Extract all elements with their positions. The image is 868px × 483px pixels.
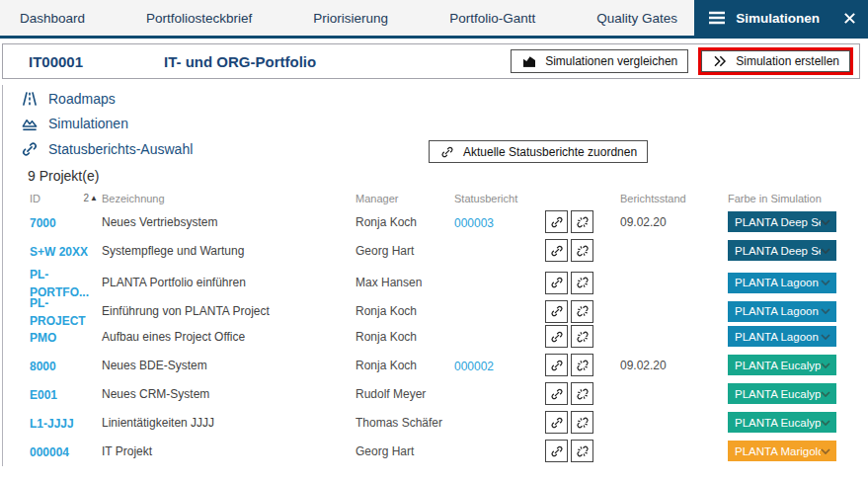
color-dropdown[interactable]: PLANTA Lagoon ... [728,273,836,293]
portfolio-id: IT00001 [29,53,164,70]
table-row: PL-PORTFO... PLANTA Portfolio einführen … [30,265,838,293]
color-dropdown[interactable]: PLANTA Lagoon ... [728,301,836,322]
color-dropdown[interactable]: PLANTA Eucalypt... [728,412,836,433]
link-status-report-button[interactable] [545,354,568,376]
color-label: PLANTA Lagoon ... [735,305,821,317]
project-name: Systempflege und Wartung [102,244,355,258]
unlink-status-report-button[interactable] [571,272,593,294]
project-id-link[interactable]: S+W 20XX [30,245,88,259]
sidebar-item-statusberichts-auswahl[interactable]: Statusberichts-Auswahl [20,139,193,159]
col-header-berichtsstand[interactable]: Berichtsstand [620,193,728,204]
status-report-link[interactable]: 000003 [454,216,494,230]
project-id-link[interactable]: 8000 [30,360,56,373]
sidebar-item-simulationen[interactable]: Simulationen [20,114,128,133]
project-name: Einführung von PLANTA Project [102,304,355,318]
link-status-report-button[interactable] [545,411,568,434]
tab-dashboard[interactable]: Dashboard [20,11,85,26]
unlink-status-report-button[interactable] [571,300,593,323]
sort-indicator[interactable]: 2 ▲ [84,193,98,204]
create-simulation-label: Simulation erstellen [736,54,839,68]
tab-priorisierung[interactable]: Priorisierung [313,11,388,26]
link-status-report-button[interactable] [545,272,568,294]
sidebar-item-roadmaps[interactable]: Roadmaps [20,89,116,109]
chevron-down-icon [821,362,830,368]
tab-simulationen-active[interactable]: Simulationen [694,0,868,36]
unlink-status-report-button[interactable] [571,440,593,462]
project-manager: Max Hansen [355,276,454,289]
color-label: PLANTA Lagoon ... [735,277,821,288]
chevron-down-icon [821,391,830,397]
table-row: L1-JJJJ Linientätigkeiten JJJJ Thomas Sc… [30,408,838,437]
chevron-down-icon [821,308,830,314]
unlink-status-report-button[interactable] [571,354,593,376]
assign-status-reports-button[interactable]: Aktuelle Statusberichte zuordnen [429,140,648,163]
broken-link-icon [575,358,591,373]
project-name: Neues CRM-System [102,387,355,401]
color-dropdown[interactable]: PLANTA Deep Se... [728,240,836,261]
color-dropdown[interactable]: PLANTA Eucalypt... [728,355,836,375]
unlink-status-report-button[interactable] [571,411,593,434]
compare-simulations-label: Simulationen vergleichen [545,54,677,68]
chevron-down-icon [821,334,830,340]
col-header-bezeichnung[interactable]: Bezeichnung [102,193,355,204]
table-row: 7000 Neues Vertriebsystem Ronja Koch 000… [30,207,838,236]
broken-link-icon [575,329,591,345]
link-icon [549,214,565,230]
color-dropdown[interactable]: PLANTA Eucalypt... [728,383,836,404]
tab-quality-gates[interactable]: Quality Gates [596,11,677,26]
highlight-frame: Simulation erstellen [698,47,853,75]
chevron-down-icon [821,219,830,225]
link-status-report-button[interactable] [545,325,568,348]
unlink-status-report-button[interactable] [571,239,593,262]
table-row: E001 Neues CRM-System Rudolf Meyer PLANT… [30,379,838,408]
project-manager: Ronja Koch [355,330,454,344]
color-dropdown[interactable]: PLANTA Marigold [728,441,836,461]
color-dropdown[interactable]: PLANTA Lagoon ... [728,326,836,347]
portfolio-title: IT- und ORG-Portfolio [164,53,316,70]
compare-simulations-button[interactable]: Simulationen vergleichen [511,49,688,73]
chevron-down-icon [821,420,830,426]
nav-tabs: Dashboard Portfoliosteckbrief Priorisier… [0,0,677,36]
close-icon[interactable] [843,12,856,25]
link-status-report-button[interactable] [545,440,568,462]
unlink-status-report-button[interactable] [571,325,593,348]
project-id-link[interactable]: L1-JJJJ [30,417,74,431]
project-name: PLANTA Portfolio einführen [102,276,355,289]
project-id-link[interactable]: E001 [30,388,57,402]
col-header-id[interactable]: ID [30,193,40,204]
col-header-farbe[interactable]: Farbe in Simulation [728,193,838,204]
status-report-link[interactable]: 000002 [454,360,494,373]
nav-accent-bar [0,36,868,39]
color-label: PLANTA Lagoon ... [735,331,821,343]
link-status-report-button[interactable] [545,382,568,405]
link-status-report-button[interactable] [545,239,568,262]
unlink-status-report-button[interactable] [571,210,593,233]
color-dropdown[interactable]: PLANTA Deep Se... [728,211,836,232]
link-status-report-button[interactable] [545,210,568,233]
broken-link-icon [575,386,591,402]
header-buttons: Simulationen vergleichen Simulation erst… [511,47,853,75]
project-manager: Thomas Schäfer [355,416,454,430]
col-header-statusbericht[interactable]: Statusbericht [454,193,545,204]
simulation-chart-icon [20,114,39,133]
report-date: 09.02.20 [620,215,728,229]
tab-portfolio-gantt[interactable]: Portfolio-Gantt [449,11,535,26]
table-row: 000004 IT Projekt Georg Hart PLANTA Mari… [30,437,838,465]
project-name: Neues BDE-System [102,359,355,372]
unlink-status-report-button[interactable] [571,382,593,405]
link-status-report-button[interactable] [545,300,568,323]
sort-asc-icon: ▲ [90,195,98,202]
col-header-manager[interactable]: Manager [355,193,454,204]
statusberichts-auswahl-label: Statusberichts-Auswahl [48,141,193,157]
hamburger-menu-icon[interactable] [708,11,726,25]
project-id-link[interactable]: PL-PROJECT [30,296,86,328]
create-simulation-button[interactable]: Simulation erstellen [701,50,850,72]
chevron-down-icon [821,248,830,254]
project-manager: Ronja Koch [355,359,454,372]
project-id-link[interactable]: 7000 [30,216,56,230]
chevron-down-icon [821,448,830,454]
area-chart-icon [521,53,537,69]
tab-portfoliosteckbrief[interactable]: Portfoliosteckbrief [146,11,252,26]
project-id-link[interactable]: 000004 [30,445,69,459]
project-id-link[interactable]: PMO [30,331,56,345]
